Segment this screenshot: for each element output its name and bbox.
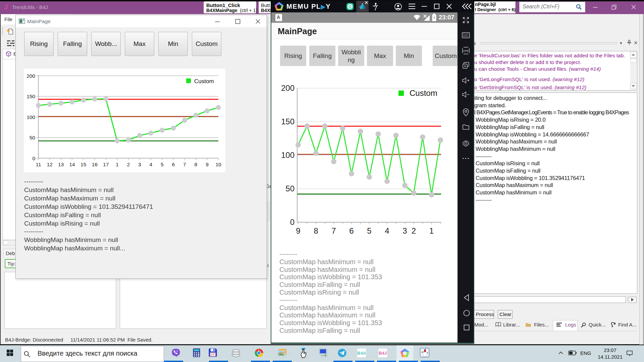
svg-text:Custom: Custom	[194, 78, 214, 84]
svg-text:150: 150	[281, 117, 294, 126]
svg-text:6: 6	[349, 226, 354, 235]
svg-text:8: 8	[195, 162, 198, 167]
svg-text:10: 10	[215, 162, 221, 167]
svg-text:5: 5	[367, 226, 371, 235]
svg-text:6: 6	[172, 162, 175, 167]
svg-text:12: 12	[47, 162, 52, 167]
svg-text:200: 200	[26, 73, 35, 79]
svg-text:3: 3	[138, 162, 141, 167]
svg-text:1: 1	[429, 226, 434, 235]
svg-text:200: 200	[281, 83, 294, 93]
svg-text:3: 3	[402, 226, 407, 235]
svg-text:100: 100	[281, 150, 294, 160]
svg-text:14: 14	[69, 162, 75, 167]
svg-text:7: 7	[331, 226, 336, 235]
svg-text:16: 16	[92, 162, 98, 167]
svg-text:150: 150	[26, 94, 35, 99]
svg-text:5: 5	[161, 162, 164, 167]
svg-text:13: 13	[58, 162, 64, 167]
svg-text:50: 50	[30, 135, 36, 140]
svg-text:15: 15	[80, 162, 86, 167]
svg-text:1: 1	[116, 162, 119, 167]
svg-text:2: 2	[412, 226, 416, 235]
svg-text:4: 4	[149, 162, 152, 167]
svg-text:0: 0	[290, 218, 294, 227]
svg-text:4: 4	[385, 226, 389, 235]
svg-text:9: 9	[206, 162, 209, 167]
svg-text:17: 17	[103, 162, 109, 167]
svg-text:2: 2	[127, 162, 130, 167]
svg-text:Custom: Custom	[410, 88, 437, 98]
svg-text:0: 0	[32, 156, 35, 161]
svg-text:50: 50	[285, 184, 294, 193]
svg-text:8: 8	[314, 226, 318, 235]
svg-text:11: 11	[36, 162, 41, 167]
svg-text:APK: APK	[463, 49, 469, 53]
svg-text:7: 7	[183, 162, 186, 167]
svg-text:9: 9	[296, 226, 300, 235]
svg-text:100: 100	[26, 114, 35, 120]
